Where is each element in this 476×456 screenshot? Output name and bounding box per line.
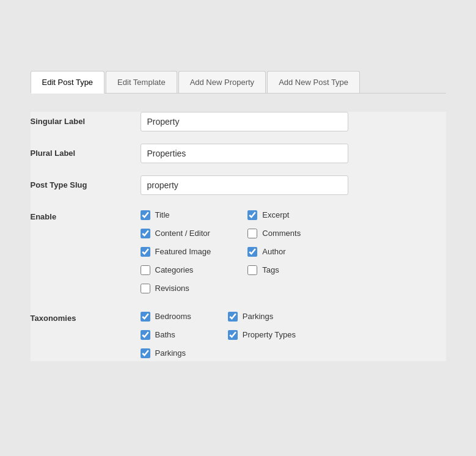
singular-label-input[interactable] bbox=[141, 112, 348, 131]
taxonomies-col-1: Bedrooms Baths Parkings bbox=[141, 309, 191, 361]
taxonomy-property-types-label[interactable]: Property Types bbox=[243, 330, 296, 339]
tab-bar: Edit Post Type Edit Template Add New Pro… bbox=[31, 71, 446, 94]
taxonomy-parkings2-checkbox[interactable] bbox=[228, 312, 238, 322]
tab-edit-template[interactable]: Edit Template bbox=[106, 71, 177, 93]
plural-label-input[interactable] bbox=[141, 144, 348, 163]
enable-revisions-checkbox[interactable] bbox=[141, 284, 150, 293]
taxonomy-parkings-2: Parkings bbox=[228, 309, 296, 325]
enable-tags-label[interactable]: Tags bbox=[262, 265, 279, 274]
singular-label-label: Singular Label bbox=[31, 112, 141, 126]
singular-label-row: Singular Label bbox=[31, 112, 446, 131]
enable-categories-checkbox[interactable] bbox=[141, 265, 150, 275]
enable-excerpt-label[interactable]: Excerpt bbox=[262, 210, 289, 219]
enable-author-checkbox[interactable] bbox=[247, 247, 257, 257]
taxonomy-baths-label[interactable]: Baths bbox=[155, 330, 175, 339]
taxonomies-row: Taxonomies Bedrooms Baths Parkings bbox=[31, 309, 446, 361]
taxonomy-parkings-1: Parkings bbox=[141, 345, 191, 361]
enable-row: Enable Title Content / Editor Featured I… bbox=[31, 207, 446, 296]
enable-tags-checkbox[interactable] bbox=[247, 265, 257, 275]
enable-title-checkbox[interactable] bbox=[141, 210, 150, 220]
main-container: Edit Post Type Edit Template Add New Pro… bbox=[18, 59, 458, 398]
enable-label: Enable bbox=[31, 207, 141, 221]
plural-label-input-wrapper bbox=[141, 144, 348, 163]
enable-revisions: Revisions bbox=[141, 281, 211, 296]
taxonomy-baths-checkbox[interactable] bbox=[141, 330, 150, 340]
enable-categories-label[interactable]: Categories bbox=[155, 265, 194, 274]
post-type-slug-input-wrapper bbox=[141, 175, 348, 195]
enable-content-checkbox[interactable] bbox=[141, 229, 150, 238]
enable-content-label[interactable]: Content / Editor bbox=[155, 229, 210, 238]
enable-col-2: Excerpt Comments Author Tags bbox=[247, 207, 301, 296]
tab-edit-post-type[interactable]: Edit Post Type bbox=[31, 71, 105, 94]
enable-featured-image-label[interactable]: Featured Image bbox=[155, 247, 211, 256]
taxonomies-checkboxes: Bedrooms Baths Parkings Parkings bbox=[141, 309, 332, 361]
post-type-slug-row: Post Type Slug bbox=[31, 175, 446, 195]
enable-author: Author bbox=[247, 244, 301, 260]
taxonomy-property-types: Property Types bbox=[228, 327, 296, 343]
enable-categories: Categories bbox=[141, 262, 211, 278]
taxonomy-parkings1-label[interactable]: Parkings bbox=[155, 348, 186, 358]
enable-title: Title bbox=[141, 207, 211, 223]
enable-excerpt: Excerpt bbox=[247, 207, 301, 223]
tab-add-new-post-type[interactable]: Add New Post Type bbox=[267, 71, 360, 93]
singular-label-input-wrapper bbox=[141, 112, 348, 131]
enable-featured-image: Featured Image bbox=[141, 244, 211, 260]
enable-author-label[interactable]: Author bbox=[262, 247, 285, 256]
enable-revisions-label[interactable]: Revisions bbox=[155, 284, 189, 293]
enable-content-editor: Content / Editor bbox=[141, 226, 211, 241]
enable-title-label[interactable]: Title bbox=[155, 210, 170, 219]
tab-add-new-property[interactable]: Add New Property bbox=[178, 71, 266, 93]
enable-featured-image-checkbox[interactable] bbox=[141, 247, 150, 257]
enable-col-1: Title Content / Editor Featured Image Ca… bbox=[141, 207, 211, 296]
plural-label-row: Plural Label bbox=[31, 144, 446, 163]
taxonomy-bedrooms-checkbox[interactable] bbox=[141, 312, 150, 322]
enable-tags: Tags bbox=[247, 262, 301, 278]
taxonomy-property-types-checkbox[interactable] bbox=[228, 330, 238, 340]
enable-comments-label[interactable]: Comments bbox=[262, 229, 301, 238]
form-section: Singular Label Plural Label Post Type Sl… bbox=[31, 112, 446, 361]
taxonomy-baths: Baths bbox=[141, 327, 191, 343]
plural-label-label: Plural Label bbox=[31, 144, 141, 158]
enable-excerpt-checkbox[interactable] bbox=[247, 210, 257, 220]
post-type-slug-label: Post Type Slug bbox=[31, 175, 141, 189]
taxonomies-col-2: Parkings Property Types bbox=[228, 309, 296, 361]
enable-comments: Comments bbox=[247, 226, 301, 241]
enable-checkboxes: Title Content / Editor Featured Image Ca… bbox=[141, 207, 338, 296]
taxonomy-bedrooms-label[interactable]: Bedrooms bbox=[155, 312, 191, 321]
taxonomy-bedrooms: Bedrooms bbox=[141, 309, 191, 325]
post-type-slug-input[interactable] bbox=[141, 175, 348, 195]
taxonomies-label: Taxonomies bbox=[31, 309, 141, 323]
taxonomy-parkings2-label[interactable]: Parkings bbox=[243, 312, 274, 321]
enable-comments-checkbox[interactable] bbox=[247, 229, 257, 238]
taxonomy-parkings1-checkbox[interactable] bbox=[141, 348, 150, 358]
